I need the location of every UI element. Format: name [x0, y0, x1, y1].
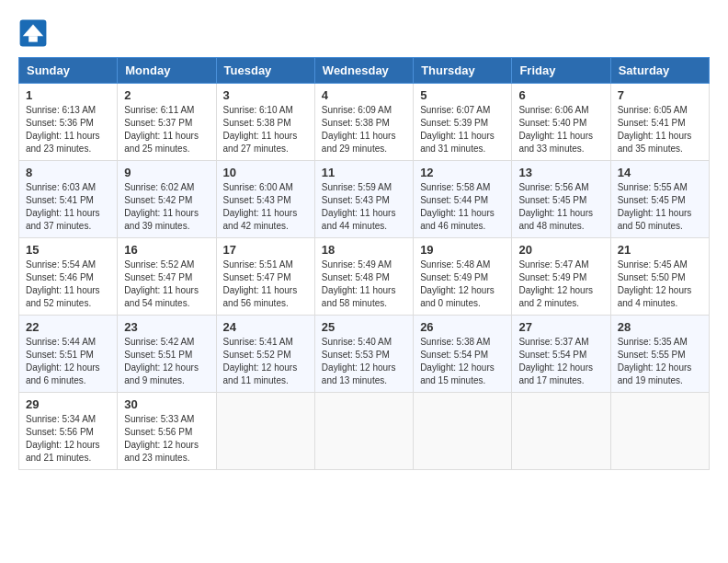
- day-number: 6: [518, 88, 603, 102]
- day-info: Sunrise: 5:52 AM Sunset: 5:47 PM Dayligh…: [124, 259, 209, 310]
- sunset-label: Sunset: 5:54 PM: [518, 350, 586, 360]
- daylight-label: Daylight: 11 hours and 35 minutes.: [618, 131, 692, 154]
- calendar-cell: [512, 393, 610, 470]
- day-number: 9: [124, 166, 209, 179]
- sunset-label: Sunset: 5:44 PM: [420, 195, 488, 205]
- day-info: Sunrise: 6:02 AM Sunset: 5:42 PM Dayligh…: [124, 181, 209, 233]
- sunset-label: Sunset: 5:43 PM: [223, 195, 291, 205]
- sunrise-label: Sunrise: 6:07 AM: [420, 105, 490, 115]
- day-info: Sunrise: 6:09 AM Sunset: 5:38 PM Dayligh…: [322, 104, 406, 155]
- calendar-cell: 22 Sunrise: 5:44 AM Sunset: 5:51 PM Dayl…: [19, 316, 118, 393]
- day-info: Sunrise: 5:54 AM Sunset: 5:46 PM Dayligh…: [26, 259, 110, 310]
- calendar-header-row: SundayMondayTuesdayWednesdayThursdayFrid…: [19, 58, 710, 84]
- calendar-cell: 25 Sunrise: 5:40 AM Sunset: 5:53 PM Dayl…: [314, 316, 413, 393]
- sunset-label: Sunset: 5:55 PM: [618, 350, 686, 360]
- day-info: Sunrise: 5:59 AM Sunset: 5:43 PM Dayligh…: [322, 181, 406, 233]
- page-header: [18, 18, 710, 48]
- sunrise-label: Sunrise: 6:00 AM: [223, 182, 293, 192]
- day-info: Sunrise: 6:10 AM Sunset: 5:38 PM Dayligh…: [223, 104, 308, 155]
- daylight-label: Daylight: 12 hours and 21 minutes.: [26, 440, 100, 463]
- day-number: 18: [322, 243, 406, 257]
- daylight-label: Daylight: 11 hours and 31 minutes.: [420, 131, 495, 154]
- sunset-label: Sunset: 5:48 PM: [322, 272, 390, 282]
- calendar-cell: 28 Sunrise: 5:35 AM Sunset: 5:55 PM Dayl…: [610, 316, 709, 393]
- sunset-label: Sunset: 5:47 PM: [223, 272, 291, 282]
- day-number: 10: [223, 166, 308, 179]
- calendar-cell: [314, 393, 413, 470]
- day-info: Sunrise: 5:47 AM Sunset: 5:49 PM Dayligh…: [518, 259, 603, 310]
- daylight-label: Daylight: 11 hours and 54 minutes.: [124, 285, 199, 308]
- calendar-cell: 2 Sunrise: 6:11 AM Sunset: 5:37 PM Dayli…: [118, 84, 216, 161]
- daylight-label: Daylight: 12 hours and 23 minutes.: [124, 440, 199, 463]
- day-info: Sunrise: 6:05 AM Sunset: 5:41 PM Dayligh…: [618, 104, 702, 155]
- sunset-label: Sunset: 5:47 PM: [124, 272, 192, 282]
- daylight-label: Daylight: 11 hours and 56 minutes.: [223, 285, 298, 308]
- calendar-cell: 12 Sunrise: 5:58 AM Sunset: 5:44 PM Dayl…: [414, 161, 512, 238]
- day-info: Sunrise: 5:44 AM Sunset: 5:51 PM Dayligh…: [26, 336, 110, 387]
- daylight-label: Daylight: 11 hours and 39 minutes.: [124, 208, 199, 231]
- logo: [18, 18, 51, 48]
- day-info: Sunrise: 5:56 AM Sunset: 5:45 PM Dayligh…: [518, 181, 603, 233]
- sunrise-label: Sunrise: 5:45 AM: [618, 259, 688, 270]
- daylight-label: Daylight: 12 hours and 11 minutes.: [223, 362, 298, 385]
- calendar-table: SundayMondayTuesdayWednesdayThursdayFrid…: [18, 57, 710, 470]
- day-number: 28: [618, 320, 702, 334]
- day-info: Sunrise: 6:00 AM Sunset: 5:43 PM Dayligh…: [223, 181, 308, 233]
- daylight-label: Daylight: 11 hours and 46 minutes.: [420, 208, 495, 231]
- sunrise-label: Sunrise: 5:37 AM: [518, 337, 588, 347]
- calendar-cell: 4 Sunrise: 6:09 AM Sunset: 5:38 PM Dayli…: [314, 84, 413, 161]
- day-info: Sunrise: 5:34 AM Sunset: 5:56 PM Dayligh…: [26, 413, 110, 465]
- day-number: 24: [223, 320, 308, 334]
- daylight-label: Daylight: 11 hours and 33 minutes.: [518, 131, 593, 154]
- calendar-cell: 29 Sunrise: 5:34 AM Sunset: 5:56 PM Dayl…: [19, 393, 118, 470]
- day-info: Sunrise: 6:07 AM Sunset: 5:39 PM Dayligh…: [420, 104, 505, 155]
- calendar-cell: 8 Sunrise: 6:03 AM Sunset: 5:41 PM Dayli…: [19, 161, 118, 238]
- day-info: Sunrise: 5:49 AM Sunset: 5:48 PM Dayligh…: [322, 259, 406, 310]
- sunrise-label: Sunrise: 6:10 AM: [223, 105, 293, 115]
- sunset-label: Sunset: 5:38 PM: [223, 118, 291, 128]
- day-number: 27: [518, 320, 603, 334]
- day-number: 7: [618, 88, 702, 102]
- day-number: 11: [322, 166, 406, 179]
- sunrise-label: Sunrise: 5:38 AM: [420, 337, 490, 347]
- sunrise-label: Sunrise: 5:55 AM: [618, 182, 688, 192]
- sunrise-label: Sunrise: 5:48 AM: [420, 259, 490, 270]
- sunrise-label: Sunrise: 5:42 AM: [124, 337, 194, 347]
- day-info: Sunrise: 5:41 AM Sunset: 5:52 PM Dayligh…: [223, 336, 308, 387]
- sunset-label: Sunset: 5:51 PM: [124, 350, 192, 360]
- sunset-label: Sunset: 5:40 PM: [518, 118, 586, 128]
- calendar-cell: 6 Sunrise: 6:06 AM Sunset: 5:40 PM Dayli…: [512, 84, 610, 161]
- daylight-label: Daylight: 12 hours and 2 minutes.: [518, 285, 593, 308]
- daylight-label: Daylight: 12 hours and 9 minutes.: [124, 362, 199, 385]
- sunrise-label: Sunrise: 6:13 AM: [26, 105, 96, 115]
- sunrise-label: Sunrise: 6:11 AM: [124, 105, 194, 115]
- sunset-label: Sunset: 5:42 PM: [124, 195, 192, 205]
- daylight-label: Daylight: 12 hours and 17 minutes.: [518, 362, 593, 385]
- day-number: 30: [124, 397, 209, 411]
- sunset-label: Sunset: 5:50 PM: [618, 272, 686, 282]
- day-info: Sunrise: 5:48 AM Sunset: 5:49 PM Dayligh…: [420, 259, 505, 310]
- daylight-label: Daylight: 12 hours and 6 minutes.: [26, 362, 100, 385]
- sunrise-label: Sunrise: 5:47 AM: [518, 259, 588, 270]
- day-number: 14: [618, 166, 702, 179]
- daylight-label: Daylight: 12 hours and 15 minutes.: [420, 362, 495, 385]
- daylight-label: Daylight: 12 hours and 0 minutes.: [420, 285, 495, 308]
- column-header-monday: Monday: [118, 58, 216, 84]
- calendar-cell: 7 Sunrise: 6:05 AM Sunset: 5:41 PM Dayli…: [610, 84, 709, 161]
- day-info: Sunrise: 6:11 AM Sunset: 5:37 PM Dayligh…: [124, 104, 209, 155]
- day-number: 29: [26, 397, 110, 411]
- calendar-cell: 3 Sunrise: 6:10 AM Sunset: 5:38 PM Dayli…: [216, 84, 314, 161]
- day-number: 20: [518, 243, 603, 257]
- calendar-cell: 21 Sunrise: 5:45 AM Sunset: 5:50 PM Dayl…: [610, 238, 709, 316]
- sunrise-label: Sunrise: 6:09 AM: [322, 105, 392, 115]
- day-info: Sunrise: 5:38 AM Sunset: 5:54 PM Dayligh…: [420, 336, 505, 387]
- daylight-label: Daylight: 11 hours and 25 minutes.: [124, 131, 199, 154]
- sunset-label: Sunset: 5:41 PM: [26, 195, 94, 205]
- day-number: 13: [518, 166, 603, 179]
- calendar-cell: 30 Sunrise: 5:33 AM Sunset: 5:56 PM Dayl…: [118, 393, 216, 470]
- day-number: 2: [124, 88, 209, 102]
- day-info: Sunrise: 5:51 AM Sunset: 5:47 PM Dayligh…: [223, 259, 308, 310]
- sunset-label: Sunset: 5:39 PM: [420, 118, 488, 128]
- daylight-label: Daylight: 11 hours and 52 minutes.: [26, 285, 100, 308]
- day-number: 1: [26, 88, 110, 102]
